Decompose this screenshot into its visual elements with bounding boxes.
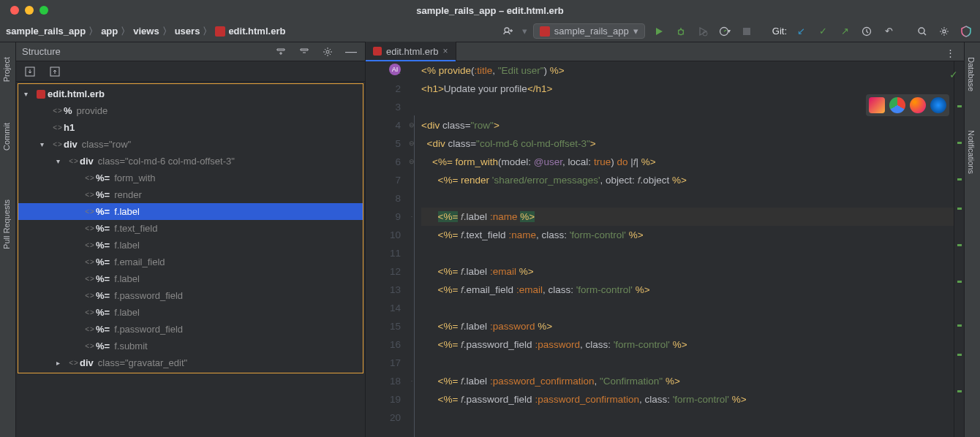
- main-toolbar: sample_rails_app〉 app〉 views〉 users〉 edi…: [0, 20, 980, 42]
- close-window[interactable]: [10, 6, 19, 15]
- chrome-icon[interactable]: [889, 97, 905, 113]
- tree-node[interactable]: h1: [18, 119, 363, 136]
- tree-node[interactable]: ▾divclass="row": [18, 136, 363, 153]
- hide-panel-icon[interactable]: —: [343, 44, 359, 60]
- svg-rect-3: [743, 28, 750, 35]
- editor: edit.html.erb × ⋮ AI 1234567891011121314…: [366, 42, 964, 437]
- tree-node[interactable]: ▾edit.html.erb: [18, 86, 363, 102]
- tree-node[interactable]: %provide: [18, 102, 363, 119]
- add-config-icon[interactable]: [500, 23, 516, 39]
- tree-node[interactable]: %=f.label: [18, 237, 363, 254]
- tab-label: edit.html.erb: [386, 46, 439, 57]
- tree-node[interactable]: %=f.label: [18, 270, 363, 287]
- git-commit-icon[interactable]: ✓: [815, 23, 831, 39]
- run-configuration[interactable]: sample_rails_app ▾: [533, 23, 645, 39]
- rollback-icon[interactable]: ↶: [881, 23, 897, 39]
- safari-icon[interactable]: [930, 97, 946, 113]
- structure-panel: Structure — ▾edit.html.erb%provideh1▾div…: [16, 42, 366, 437]
- panel-header: Structure —: [16, 42, 365, 61]
- breadcrumb-item[interactable]: app: [101, 26, 118, 37]
- panel-title: Structure: [22, 46, 273, 57]
- code-area[interactable]: AI 1234567891011121314151617181920 ⊖⊖⊖··…: [366, 61, 964, 437]
- right-tool-rail: Database Notifications: [964, 42, 980, 437]
- debug-button[interactable]: [673, 23, 689, 39]
- code-content[interactable]: <% provide(:title, "Edit user") %><h1>Up…: [417, 61, 954, 437]
- browser-preview-icons: [866, 94, 949, 116]
- collapse-all-icon[interactable]: [296, 44, 312, 60]
- tree-node[interactable]: %=f.email_field: [18, 254, 363, 270]
- tree-node[interactable]: %=render: [18, 186, 363, 203]
- pull-requests-tab[interactable]: Pull Requests: [2, 200, 11, 249]
- rubymine-icon[interactable]: [869, 97, 885, 113]
- coverage-button[interactable]: [695, 23, 711, 39]
- file-type-icon: [373, 47, 382, 56]
- profile-button[interactable]: ▾: [717, 23, 733, 39]
- database-tab[interactable]: Database: [967, 57, 976, 91]
- tree-node[interactable]: %=form_with: [18, 170, 363, 186]
- tree-node[interactable]: ▸divclass="gravatar_edit": [18, 354, 363, 371]
- git-push-icon[interactable]: ↗: [837, 23, 853, 39]
- tree-node[interactable]: ▾divclass="col-md-6 col-md-offset-3": [18, 153, 363, 170]
- maximize-window[interactable]: [39, 6, 48, 15]
- ai-icon[interactable]: AI: [389, 64, 401, 75]
- firefox-icon[interactable]: [910, 97, 926, 113]
- breadcrumb-item[interactable]: edit.html.erb: [228, 26, 285, 37]
- project-tab[interactable]: Project: [2, 57, 11, 82]
- git-pull-icon[interactable]: ↙: [793, 23, 809, 39]
- svg-point-6: [943, 30, 946, 33]
- window-controls: [0, 6, 48, 15]
- tree-node[interactable]: %=f.submit: [18, 338, 363, 354]
- breadcrumb-item[interactable]: sample_rails_app: [6, 26, 86, 37]
- svg-point-7: [326, 50, 329, 53]
- commit-tab[interactable]: Commit: [2, 123, 11, 151]
- left-tool-rail: Project Commit Pull Requests: [0, 42, 16, 437]
- window-title: sample_rails_app – edit.html.erb: [416, 5, 564, 16]
- panel-toolbar: [16, 61, 365, 82]
- settings-icon[interactable]: [936, 23, 952, 39]
- minimize-window[interactable]: [25, 6, 34, 15]
- titlebar: sample_rails_app – edit.html.erb: [0, 0, 980, 20]
- rails-icon: [540, 26, 550, 37]
- tree-node[interactable]: %=f.password_field: [18, 321, 363, 338]
- expand-all-icon[interactable]: [273, 44, 289, 60]
- file-type-icon: [215, 26, 225, 37]
- structure-tree[interactable]: ▾edit.html.erb%provideh1▾divclass="row"▾…: [16, 82, 365, 437]
- autoscroll-icon[interactable]: [47, 64, 63, 80]
- breadcrumb[interactable]: sample_rails_app〉 app〉 views〉 users〉 edi…: [6, 25, 285, 38]
- editor-tab[interactable]: edit.html.erb ×: [366, 42, 456, 61]
- tree-node[interactable]: %=f.text_field: [18, 220, 363, 237]
- tree-node[interactable]: %=f.label: [18, 304, 363, 321]
- editor-tabs: edit.html.erb × ⋮: [366, 42, 964, 61]
- line-gutter: AI 1234567891011121314151617181920: [366, 61, 407, 437]
- close-tab-icon[interactable]: ×: [443, 46, 448, 56]
- editor-scrollbar[interactable]: ✓: [954, 61, 964, 437]
- panel-settings-icon[interactable]: [320, 44, 336, 60]
- run-config-label: sample_rails_app: [554, 26, 629, 37]
- tree-node[interactable]: %=f.password_field: [18, 287, 363, 304]
- code-with-me-icon[interactable]: [958, 23, 974, 39]
- stop-button[interactable]: [739, 23, 755, 39]
- breadcrumb-item[interactable]: views: [133, 26, 159, 37]
- tree-node[interactable]: %=f.label: [18, 203, 363, 220]
- git-label: Git:: [772, 26, 787, 37]
- search-icon[interactable]: [914, 23, 930, 39]
- inspection-ok-icon[interactable]: ✓: [949, 66, 958, 84]
- breadcrumb-item[interactable]: users: [175, 26, 200, 37]
- run-button[interactable]: [651, 23, 667, 39]
- notifications-tab[interactable]: Notifications: [967, 130, 976, 174]
- tab-menu-icon[interactable]: ⋮: [942, 45, 958, 61]
- history-icon[interactable]: [859, 23, 875, 39]
- navigate-down-icon[interactable]: [22, 64, 38, 80]
- svg-point-5: [919, 28, 924, 34]
